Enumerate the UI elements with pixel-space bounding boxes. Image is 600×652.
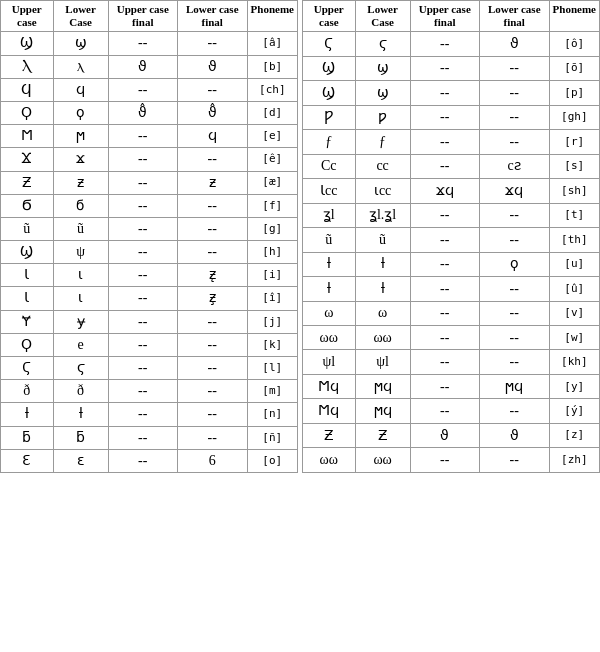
table-row: Ϙe----[k]: [1, 333, 298, 356]
table-cell: e: [53, 333, 108, 356]
table-cell: --: [479, 399, 549, 423]
table-cell: Ƶ: [1, 171, 54, 194]
table-cell: Ɛ: [1, 449, 54, 472]
table-cell: Ɏ: [1, 310, 54, 333]
table-cell: [n]: [247, 403, 297, 426]
table-cell: ƚ: [303, 252, 356, 276]
table-row: Ϻϥϻϥ--ϻϥ[y]: [303, 374, 600, 398]
table-cell: --: [410, 326, 479, 350]
table-cell: --: [177, 78, 247, 101]
table-cell: Ƶ: [303, 423, 356, 447]
table-cell: Ϛ: [303, 32, 356, 56]
table-cell: ʓl.ʓl: [355, 203, 410, 227]
table-cell: ð: [1, 380, 54, 403]
table-cell: --: [177, 310, 247, 333]
table-cell: Ϛ: [1, 357, 54, 380]
table-cell: [v]: [549, 301, 599, 325]
table-row: ƚƚ----[n]: [1, 403, 298, 426]
table-cell: --: [410, 105, 479, 129]
table-cell: --: [410, 350, 479, 374]
table-row: Ϣϣ----[õ]: [303, 56, 600, 80]
table-cell: [b]: [247, 55, 297, 78]
table-cell: --: [479, 228, 549, 252]
table-row: ũũ----[g]: [1, 217, 298, 240]
table-cell: ɩ: [53, 264, 108, 287]
table-cell: --: [108, 333, 177, 356]
table-cell: Ϭ: [1, 194, 54, 217]
table-cell: ϻϥ: [355, 374, 410, 398]
table-cell: [â]: [247, 32, 297, 55]
table-cell: ƚ: [53, 403, 108, 426]
header-upper-case-2: Upper case: [303, 1, 356, 32]
table-cell: --: [410, 32, 479, 56]
table-cell: --: [410, 154, 479, 178]
table-cell: ƃ: [1, 426, 54, 449]
table-row: Ϻϥϻϥ----[ý]: [303, 399, 600, 423]
table-cell: [h]: [247, 241, 297, 264]
table-cell: [w]: [549, 326, 599, 350]
table-cell: ɛ: [53, 449, 108, 472]
table-cell: ϑ: [410, 423, 479, 447]
table-cell: --: [108, 241, 177, 264]
table-cell: [y]: [549, 374, 599, 398]
table-cell: --: [479, 81, 549, 105]
table-cell: --: [108, 171, 177, 194]
table-cell: ψ: [53, 241, 108, 264]
table-cell: --: [479, 326, 549, 350]
table-cell: ωω: [303, 448, 356, 473]
table-cell: --: [177, 380, 247, 403]
table-cell: [s]: [549, 154, 599, 178]
table-row: Ϙϙϑ̂ϑ̂[d]: [1, 101, 298, 124]
table-row: ũũ----[th]: [303, 228, 600, 252]
table-cell: [ch]: [247, 78, 297, 101]
table-cell: ϑ̂: [108, 101, 177, 124]
table-cell: ʓl: [303, 203, 356, 227]
table-row: Ɛɛ--6[o]: [1, 449, 298, 472]
table-cell: ϣ: [355, 81, 410, 105]
table-cell: ϑ: [108, 55, 177, 78]
table-cell: Ɩcc: [303, 179, 356, 203]
table-cell: --: [410, 252, 479, 276]
table-cell: Ϙ: [1, 333, 54, 356]
header-phoneme-1: Phoneme: [247, 1, 297, 32]
table-cell: --: [177, 217, 247, 240]
table-cell: --: [177, 333, 247, 356]
table-cell: [o]: [247, 449, 297, 472]
table-row: Ϣψ----[h]: [1, 241, 298, 264]
table-cell: --: [479, 448, 549, 473]
table-cell: --: [108, 380, 177, 403]
table-left: Upper case Lower Case Upper case final L…: [0, 0, 298, 473]
table-cell: [j]: [247, 310, 297, 333]
table-cell: ψl: [303, 350, 356, 374]
table-cell: ũ: [355, 228, 410, 252]
table-cell: ωω: [303, 326, 356, 350]
table-cell: Ϻ: [1, 125, 54, 148]
table-cell: ϑ: [479, 32, 549, 56]
main-container: Upper case Lower Case Upper case final L…: [0, 0, 600, 473]
table-cell: --: [108, 78, 177, 101]
table-row: Ɩccɩccϫϥϫϥ[sh]: [303, 179, 600, 203]
table-row: Cccc--cƨ[s]: [303, 154, 600, 178]
header-lower-case-1: Lower Case: [53, 1, 108, 32]
table-cell: [ñ]: [247, 426, 297, 449]
table-row: ƵƵϑϑ[z]: [303, 423, 600, 447]
table-cell: ϫϥ: [479, 179, 549, 203]
table-right: Upper case Lower Case Upper case final L…: [302, 0, 600, 473]
table-cell: ϣ: [355, 56, 410, 80]
table-cell: [k]: [247, 333, 297, 356]
table-cell: --: [177, 241, 247, 264]
table-cell: --: [479, 350, 549, 374]
table-cell: Ϻϥ: [303, 399, 356, 423]
table-cell: [sh]: [549, 179, 599, 203]
table-row: Ɏɏ----[j]: [1, 310, 298, 333]
table-cell: Ϣ: [1, 241, 54, 264]
table-cell: --: [108, 403, 177, 426]
table-cell: [e]: [247, 125, 297, 148]
table-cell: ω: [355, 301, 410, 325]
table-row: Ɩɩ--ƶ̨[i]: [1, 264, 298, 287]
table-cell: --: [479, 203, 549, 227]
table-cell: ɩcc: [355, 179, 410, 203]
table-cell: --: [479, 105, 549, 129]
table-row: ʓlʓl.ʓl----[t]: [303, 203, 600, 227]
table-cell: [r]: [549, 130, 599, 154]
